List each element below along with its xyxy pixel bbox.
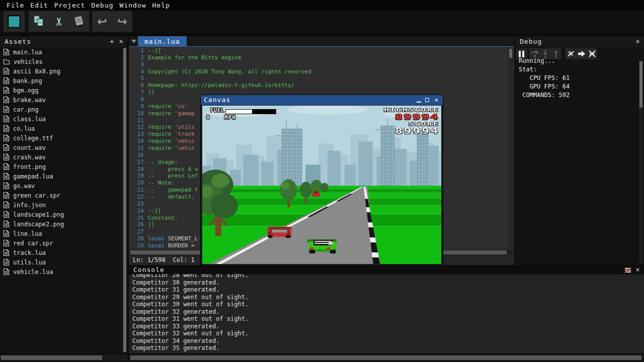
line-number: 23 — [129, 201, 144, 208]
asset-item-label: info.json — [13, 202, 46, 209]
file-icon — [3, 48, 10, 56]
fuel-label: FUEL — [210, 108, 224, 113]
clear-console-button[interactable] — [624, 265, 632, 275]
menu-help[interactable]: Help — [149, 2, 173, 9]
asset-item-vehicles[interactable]: vehicles — [0, 57, 122, 66]
asset-item-label: brake.wav — [13, 97, 46, 104]
asset-item-ascii-8x8-png[interactable]: ascii 8x8.png — [0, 66, 122, 76]
line-number: 29 — [129, 242, 144, 248]
fuel-bar — [225, 109, 276, 114]
line-number: 19 — [129, 172, 144, 179]
highscore-value: 89994 — [384, 113, 439, 121]
maximize-button[interactable] — [424, 95, 431, 105]
asset-item-landscape1-png[interactable]: landscape1.png — [0, 210, 122, 219]
line-number: 15 — [129, 145, 144, 152]
menu-debug[interactable]: Debug — [88, 2, 116, 9]
game-viewport[interactable]: FUEL 0 MPH HIGHSCORE 89994 SCORE 89994 — [202, 106, 441, 264]
asset-item-class-lua[interactable]: class.lua — [0, 114, 122, 124]
console-line: Competitor 31 went out of sight. — [132, 315, 644, 323]
code-token: --[[ — [148, 208, 162, 214]
canvas-titlebar[interactable]: Canvas × — [201, 95, 443, 105]
code-token: 'vehic — [175, 138, 195, 144]
code-token: SEGMENT_L — [168, 235, 198, 242]
menu-file[interactable]: File — [4, 2, 27, 9]
asset-item-bgm-ogg[interactable]: bgm.ogg — [0, 85, 122, 95]
debug-output-line: GPU FPS: 64 — [519, 82, 638, 91]
menu-window[interactable]: Window — [117, 2, 149, 9]
undo-button[interactable]: ↩ — [93, 12, 112, 31]
asset-item-track-lua[interactable]: track.lua — [0, 248, 122, 257]
maximize-icon — [425, 98, 429, 102]
asset-item-college-ttf[interactable]: college.ttf — [0, 133, 122, 143]
run-button[interactable] — [5, 12, 24, 31]
code-line: 4Copyright (C) 2020 Tony Wang, all right… — [129, 68, 507, 75]
menu-project[interactable]: Project — [51, 2, 89, 9]
asset-item-front-png[interactable]: front.png — [0, 162, 122, 171]
asset-item-label: gamepad.lua — [13, 173, 53, 180]
assets-horizontal-scrollbar[interactable] — [0, 354, 127, 361]
asset-item-count-wav[interactable]: count.wav — [0, 143, 122, 152]
file-icon — [3, 258, 10, 266]
toolbar: ✂ ↩ ↪ — [0, 10, 644, 33]
asset-item-info-json[interactable]: info.json — [0, 200, 122, 210]
console-panel: Console × Competitor 28 went out of sigh… — [129, 265, 644, 353]
tab-list-dropdown-icon[interactable] — [131, 40, 136, 43]
code-token: require — [148, 145, 175, 151]
asset-item-line-lua[interactable]: line.lua — [0, 229, 122, 238]
asset-item-red-car-spr[interactable]: red car.spr — [0, 238, 122, 248]
debug-vertical-scrollbar[interactable] — [639, 60, 643, 263]
file-icon — [3, 106, 10, 113]
asset-item-landscape2-png[interactable]: landscape2.png — [0, 219, 122, 229]
cut-button[interactable]: ✂ — [49, 12, 68, 31]
asset-item-go-wav[interactable]: go.wav — [0, 181, 122, 191]
speed-value: 0 — [206, 114, 210, 121]
redo-button[interactable]: ↪ — [113, 12, 132, 31]
code-line: 5 — [129, 75, 507, 82]
asset-item-label: landscape1.png — [13, 211, 64, 218]
code-token: Constant. — [148, 215, 178, 221]
assets-vertical-scrollbar[interactable] — [123, 48, 127, 352]
asset-item-brake-wav[interactable]: brake.wav — [0, 95, 122, 105]
menu-edit[interactable]: Edit — [27, 2, 51, 9]
code-token: ]] — [148, 89, 154, 96]
minimize-button[interactable] — [416, 95, 423, 105]
asset-item-label: bank.png — [13, 77, 42, 84]
tab-main-lua[interactable]: main.lua — [138, 36, 187, 47]
console-horizontal-scrollbar[interactable] — [129, 354, 644, 361]
asset-item-green-car-spr[interactable]: green car.spr — [0, 191, 122, 200]
add-asset-button[interactable]: + — [108, 36, 116, 47]
editor-vertical-scrollbar[interactable] — [508, 48, 513, 248]
file-icon — [3, 86, 10, 94]
asset-item-crash-wav[interactable]: crash.wav — [0, 152, 122, 162]
line-number: 9 — [129, 103, 144, 110]
debug-panel-title: Debug × — [515, 36, 644, 47]
asset-item-gamepad-lua[interactable]: gamepad.lua — [0, 171, 122, 181]
code-token: -- Note: — [148, 179, 175, 186]
asset-item-vehicle-lua[interactable]: vehicle.lua — [0, 267, 122, 277]
line-number: 1 — [129, 47, 144, 54]
line-number: 11 — [129, 117, 144, 124]
close-assets-button[interactable]: × — [117, 36, 125, 47]
paste-button[interactable] — [69, 12, 89, 31]
code-line: 6Homepage: https://paladin-t.github.io/b… — [129, 82, 507, 89]
file-icon — [3, 192, 10, 199]
asset-item-main-lua[interactable]: main.lua — [0, 47, 122, 57]
close-console-button[interactable]: × — [634, 265, 642, 275]
close-canvas-button[interactable]: × — [433, 95, 440, 105]
code-token: require — [148, 110, 175, 117]
file-icon — [3, 163, 10, 170]
console-line: Competitor 32 went out of sight. — [132, 330, 644, 337]
asset-item-utils-lua[interactable]: utils.lua — [0, 257, 122, 267]
assets-panel-title: Assets + × — [0, 36, 127, 47]
close-debug-button[interactable]: × — [634, 36, 642, 47]
copy-button[interactable] — [29, 12, 48, 31]
line-number: 5 — [129, 75, 144, 82]
run-icon — [8, 15, 21, 28]
asset-item-bank-png[interactable]: bank.png — [0, 76, 122, 85]
asset-item-car-png[interactable]: car.png — [0, 105, 122, 114]
code-token: 'gamep — [175, 110, 195, 117]
ide-window: FileEditProjectDebugWindowHelp ✂ — [0, 0, 644, 362]
asset-item-co-lua[interactable]: co.lua — [0, 124, 122, 133]
asset-item-label: vehicle.lua — [13, 268, 53, 276]
debug-panel: Debug × — [515, 36, 644, 265]
